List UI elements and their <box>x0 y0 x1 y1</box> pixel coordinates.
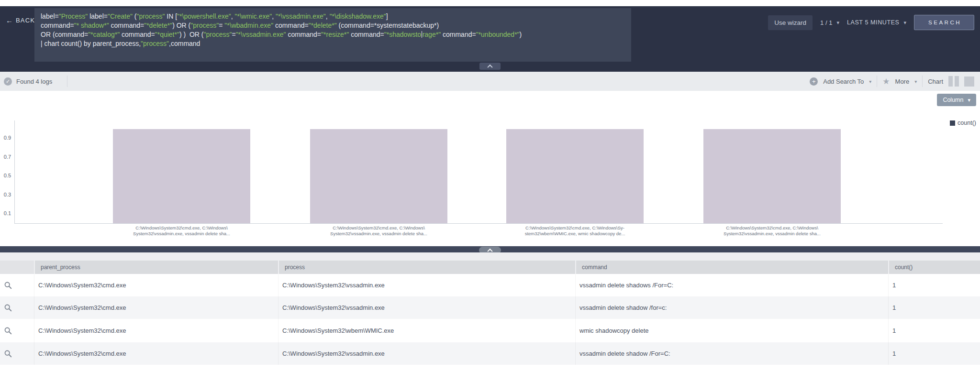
legend-swatch <box>950 120 955 126</box>
column-header-process[interactable]: process <box>278 261 575 274</box>
results-table: parent_process process command count() C… <box>0 252 980 371</box>
plus-circle-icon: + <box>810 77 818 86</box>
search-result-status: ✓ Found 4 logs <box>4 72 67 91</box>
divider <box>877 76 877 87</box>
query-line: | chart count() by parent_process,"proce… <box>41 39 625 48</box>
y-axis-line <box>14 120 15 223</box>
pager-value: 1 / 1 <box>820 19 832 26</box>
divider <box>67 76 67 87</box>
more-button[interactable]: More <box>895 78 910 85</box>
y-tick-label: 0.3 <box>0 192 11 197</box>
collapse-query-button[interactable] <box>479 63 501 70</box>
table-top-padding <box>0 252 980 261</box>
chevron-down-icon: ▾ <box>914 79 917 84</box>
row-inspect-cell[interactable] <box>0 274 34 296</box>
y-tick-label: 0.9 <box>0 135 11 141</box>
cell-process: C:\Windows\System32\wbem\WMIC.exe <box>278 319 575 342</box>
cell-command: wmic shadowcopy delete <box>575 319 888 342</box>
column-chart-view-icon[interactable] <box>948 76 959 87</box>
back-label: BACK <box>16 17 35 24</box>
column-header-parent-process[interactable]: parent_process <box>34 261 278 274</box>
row-inspect-cell[interactable] <box>0 319 34 342</box>
chart-bar[interactable] <box>310 129 447 224</box>
magnifier-icon[interactable] <box>4 327 12 335</box>
cell-parent-process: C:\Windows\System32\cmd.exe <box>34 296 278 319</box>
cell-count: 1 <box>888 274 980 296</box>
chevron-down-icon: ▾ <box>869 79 871 84</box>
row-inspect-cell[interactable] <box>0 296 34 319</box>
chart-type-dropdown[interactable]: Column ▾ <box>937 94 976 106</box>
cell-process: C:\Windows\System32\vssadmin.exe <box>278 296 575 319</box>
chart-view-label: Chart <box>928 78 943 85</box>
result-count-text: Found 4 logs <box>16 78 52 85</box>
table-header-row: parent_process process command count() <box>0 261 980 274</box>
x-axis-label: C:\Windows\System32\cmd.exe, C:\Windows\… <box>496 225 654 236</box>
cell-process: C:\Windows\System32\vssadmin.exe <box>278 274 575 296</box>
back-button[interactable]: ← BACK <box>6 16 35 24</box>
chart-bar[interactable] <box>506 129 644 224</box>
cell-count: 1 <box>888 296 980 319</box>
column-header-count[interactable]: count() <box>888 261 980 274</box>
chevron-down-icon: ▾ <box>904 20 907 26</box>
chevron-down-icon: ▾ <box>968 97 970 103</box>
cell-command: vssadmin delete shadow /For=C: <box>575 342 888 365</box>
chart-bar[interactable] <box>113 129 250 224</box>
add-search-to-button[interactable]: Add Search To <box>823 78 864 85</box>
chart-type-value: Column <box>943 97 963 103</box>
cell-parent-process: C:\Windows\System32\cmd.exe <box>34 274 278 296</box>
time-range-value: LAST 5 MINUTES <box>847 19 900 26</box>
cell-count: 1 <box>888 319 980 342</box>
check-circle-icon: ✓ <box>4 77 12 86</box>
status-actions: + Add Search To ▾ ★ More ▾ Chart <box>810 72 974 91</box>
cell-count: 1 <box>888 342 980 365</box>
table-row[interactable]: C:\Windows\System32\cmd.exeC:\Windows\Sy… <box>0 296 980 319</box>
toolbar-controls: Use wizard 1 / 1 ▾ LAST 5 MINUTES ▾ SEAR… <box>768 12 974 33</box>
cell-command: vssadmin delete shadows /For=C: <box>575 274 888 296</box>
magnifier-icon[interactable] <box>4 304 12 312</box>
use-wizard-button[interactable]: Use wizard <box>768 15 813 30</box>
cell-command: vssadmin delete shadow /for=c: <box>575 296 888 319</box>
row-inspect-cell[interactable] <box>0 342 34 365</box>
query-pager-dropdown[interactable]: 1 / 1 ▾ <box>820 19 839 26</box>
query-input[interactable]: label="Process" label="Create" ("process… <box>34 8 631 62</box>
y-tick-label: 0.1 <box>0 210 11 216</box>
table-view-icon[interactable] <box>964 76 974 87</box>
status-bar: ✓ Found 4 logs + Add Search To ▾ ★ More … <box>0 72 980 91</box>
star-icon: ★ <box>882 76 890 87</box>
divider <box>922 76 923 87</box>
query-line: command="* shadow*" command="*delete*") … <box>41 21 625 30</box>
query-line: label="Process" label="Create" ("process… <box>41 12 625 21</box>
y-tick-label: 0.5 <box>0 173 11 178</box>
x-axis-label: C:\Windows\System32\cmd.exe, C:\Windows\… <box>300 225 458 236</box>
back-arrow-icon: ← <box>6 16 13 24</box>
table-row[interactable]: C:\Windows\System32\cmd.exeC:\Windows\Sy… <box>0 319 980 342</box>
cell-parent-process: C:\Windows\System32\cmd.exe <box>34 342 278 365</box>
x-axis-line <box>14 223 943 224</box>
x-axis-label: C:\Windows\System32\cmd.exe, C:\Windows\… <box>693 225 851 236</box>
query-toolbar: ← BACK label="Process" label="Create" ("… <box>0 6 980 72</box>
chart-legend: count() <box>950 120 976 126</box>
cell-parent-process: C:\Windows\System32\cmd.exe <box>34 319 278 342</box>
chart-panel: Column ▾ count() 0.10.30.50.70.9 C:\Wind… <box>0 91 980 246</box>
cell-process: C:\Windows\System32\vssadmin.exe <box>278 342 575 365</box>
legend-label: count() <box>958 120 976 126</box>
icon-column-header <box>0 261 34 274</box>
query-line: OR (command="*catalog*" command="*quiet*… <box>41 30 625 39</box>
search-button[interactable]: SEARCH <box>914 15 974 30</box>
chart-bar[interactable] <box>703 129 841 224</box>
chevron-up-icon <box>487 64 492 69</box>
time-range-dropdown[interactable]: LAST 5 MINUTES ▾ <box>847 19 906 26</box>
column-header-command[interactable]: command <box>575 261 888 274</box>
table-row[interactable]: C:\Windows\System32\cmd.exeC:\Windows\Sy… <box>0 342 980 365</box>
magnifier-icon[interactable] <box>4 349 12 358</box>
x-axis-label: C:\Windows\System32\cmd.exe, C:\Windows\… <box>103 225 261 236</box>
y-tick-label: 0.7 <box>0 154 11 160</box>
table-row[interactable]: C:\Windows\System32\cmd.exeC:\Windows\Sy… <box>0 274 980 296</box>
magnifier-icon[interactable] <box>4 281 12 290</box>
chevron-down-icon: ▾ <box>836 20 839 26</box>
